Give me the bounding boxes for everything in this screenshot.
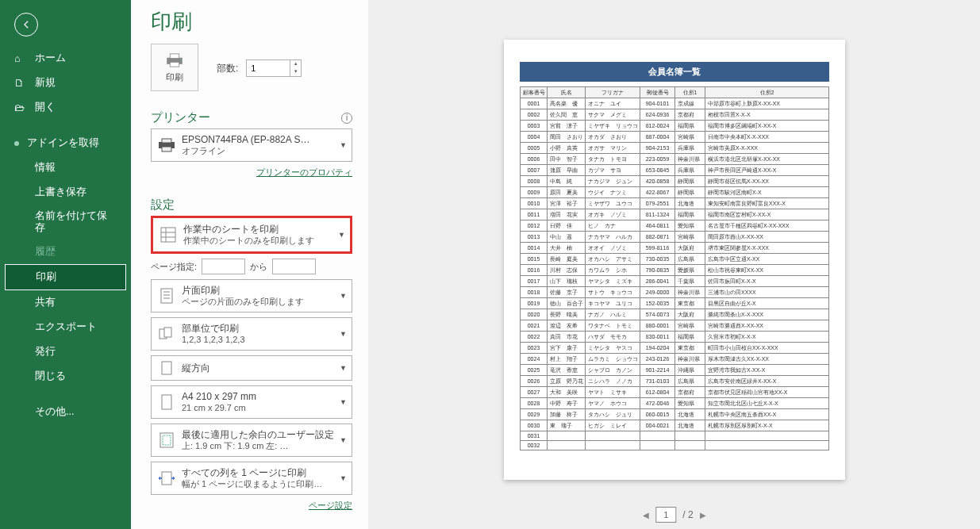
svg-rect-6	[162, 147, 171, 151]
table-row: 0023宮下 康子ミヤシタ ヤスコ194-0204東京都町田市小山田桜台XX-X…	[521, 343, 829, 354]
table-row: 0025竜沢 香恵シャブロ カノン901-2214沖縄県宜野湾市我如古X-XX-…	[521, 365, 829, 376]
margins-icon	[156, 430, 177, 450]
page-title: 印刷	[151, 8, 352, 36]
collate-icon	[156, 324, 177, 344]
table-row: 0013中山 遥ナカヤマ ハルカ882-0871宮崎県岡田原市西山X-XX-XX	[521, 232, 829, 243]
prev-page-button[interactable]: ◀	[643, 511, 649, 519]
current-page-input[interactable]: 1	[655, 507, 676, 523]
table-row: 0015長崎 庭美オカハシ アサミ730-0035広島県広島市中区立通X-XX	[521, 254, 829, 265]
table-header: 住所2	[705, 87, 829, 98]
nav-new[interactable]: 🗋新規	[0, 71, 131, 95]
page-to-input[interactable]	[272, 259, 316, 274]
table-row: 0024村上 翔子ムラカミ ショウコ243-0126神奈川県厚木市岡津古久XX-…	[521, 354, 829, 365]
chevron-down-icon: ▼	[340, 292, 347, 300]
printer-properties-link[interactable]: プリンターのプロパティ	[151, 167, 352, 178]
nav-history: 履歴	[0, 240, 131, 264]
orientation-select[interactable]: 縦方向 ▼	[151, 355, 352, 381]
nav-other[interactable]: その他...	[0, 400, 131, 424]
print-settings-panel: 印刷 印刷 部数: ▲▼ プリンター i EPSON744F8A (EP-882…	[131, 0, 369, 529]
nav-addin[interactable]: アドインを取得	[0, 131, 131, 155]
table-row: 0008中島 純ナカジマ ジュン420-0858静岡県静岡市葵区伝馬X-XX-X…	[521, 176, 829, 187]
svg-rect-21	[162, 472, 171, 485]
table-header: 顧客番号	[521, 87, 548, 98]
table-row: 0028中野 寿子ヤマノ ホウコ472-0046愛知県知立市岡北北区山七丘X-X…	[521, 398, 829, 409]
table-header: 住所1	[675, 87, 705, 98]
collate-select[interactable]: 部単位で印刷1,2,3 1,2,3 1,2,3 ▼	[151, 317, 352, 351]
table-row: 0018佐藤 京子サトウ キョウコ249-0000神奈川県三浦市山の田XXXX	[521, 287, 829, 298]
document-table: 顧客番号氏名フリガナ郵便番号住所1住所2 0001高名楽 優オニナ ユイ904-…	[520, 86, 829, 450]
page-setup-link[interactable]: ページ設定	[151, 500, 352, 512]
preview-sheet: 会員名簿一覧 顧客番号氏名フリガナ郵便番号住所1住所2 0001高名楽 優オニナ…	[504, 40, 845, 480]
page-from-input[interactable]	[202, 259, 245, 274]
table-row: 0019徳山 百合子キコヤマ ユリコ152-0035東京都目黒区自由が丘X-X	[521, 298, 829, 309]
nav-print[interactable]: 印刷	[5, 264, 126, 290]
svg-rect-11	[161, 289, 172, 303]
print-what-select[interactable]: 作業中のシートを印刷作業中のシートのみを印刷します ▼	[151, 216, 352, 254]
table-row: 0027大和 美咲ヤマト ミサキ612-0804京都府京都市伏見区稲荷山官有地X…	[521, 387, 829, 398]
printer-select[interactable]: EPSON744F8A (EP-882A S…オフライン ▼	[151, 128, 352, 162]
table-row: 0006田中 智子タナカ トモヨ223-0059神奈川県横浜市港北区北研塚X-X…	[521, 154, 829, 165]
table-header: フリガナ	[586, 87, 640, 98]
next-page-button[interactable]: ▶	[700, 511, 706, 519]
folder-open-icon: 🗁	[14, 102, 27, 113]
nav-save[interactable]: 上書き保存	[0, 180, 131, 205]
copies-stepper[interactable]: ▲▼	[246, 59, 302, 77]
stepper-up-icon[interactable]: ▲	[290, 60, 301, 68]
info-icon[interactable]: i	[341, 113, 352, 124]
print-button[interactable]: 印刷	[151, 44, 198, 91]
paper-size-select[interactable]: A4 210 x 297 mm21 cm x 29.7 cm ▼	[151, 385, 352, 419]
table-row: 0016川村 志保カワムラ シホ790-0835愛媛県松山市祝谷東町XX-XX	[521, 265, 829, 276]
back-button[interactable]	[14, 13, 38, 36]
document-icon: 🗋	[14, 78, 27, 89]
stepper-down-icon[interactable]: ▼	[290, 68, 301, 76]
nav-saveas[interactable]: 名前を付けて保存	[0, 205, 131, 240]
table-row: 0032	[521, 441, 829, 450]
svg-rect-1	[170, 53, 179, 58]
fit-width-icon	[156, 468, 177, 489]
table-row: 0004岡田 さおりオカダ さおり887-0004宮崎県日南市中央本町X-X-X…	[521, 132, 829, 143]
table-header: 氏名	[548, 87, 586, 98]
nav-info[interactable]: 情報	[0, 155, 131, 180]
duplex-select[interactable]: 片面印刷ページの片面のみを印刷します ▼	[151, 279, 352, 312]
table-row: 0009原田 夏美ウジイ ナツミ422-8067静岡県静岡市駿河区南町X-X	[521, 187, 829, 198]
table-row: 0020長野 晴美ナガノ ハルミ574-0073大阪府勝純市岡条山X-X-XXX	[521, 309, 829, 320]
nav-publish[interactable]: 発行	[0, 339, 131, 364]
table-row: 0029加藤 柊子タカハシ ジュリ060-0015北海道札幌市中央区南五条西XX…	[521, 409, 829, 420]
home-icon: ⌂	[14, 53, 27, 64]
sheet-icon	[158, 224, 179, 245]
nav-home[interactable]: ⌂ホーム	[0, 46, 131, 71]
chevron-down-icon: ▼	[340, 474, 347, 482]
single-side-icon	[156, 286, 177, 306]
table-row: 0003宮前 涼子ミヤザキ リョウコ812-0024福岡県福岡市博多区綱場町X-…	[521, 121, 829, 132]
chevron-down-icon: ▼	[340, 141, 347, 149]
table-row: 0002佐久間 恵サクマ メグミ624-0936京都府相模市田置X-X-X	[521, 109, 829, 121]
printer-icon	[164, 52, 185, 68]
pages-label: ページ指定:	[151, 261, 197, 273]
nav-close[interactable]: 閉じる	[0, 364, 131, 389]
print-preview-area: 会員名簿一覧 顧客番号氏名フリガナ郵便番号住所1住所2 0001高名楽 優オニナ…	[369, 0, 980, 529]
printer-section-title: プリンター i	[151, 110, 352, 125]
table-row: 0021渡辺 友希ワタナベ トモミ880-0001宮崎県宮崎市勝通西X-XX-X…	[521, 320, 829, 332]
nav-open[interactable]: 🗁開く	[0, 95, 131, 120]
copies-input[interactable]	[247, 60, 290, 76]
chevron-down-icon: ▼	[340, 364, 347, 372]
page-navigator: ◀ 1 / 2 ▶	[643, 507, 705, 523]
table-row: 0007蒲原 早由カヅマ サヨ653-0845兵庫県神戸市長田区戸崎通X-XX-…	[521, 165, 829, 176]
table-row: 0011増田 花実オガキ ノゾミ811-1324福岡県福岡市南区皆村町X-XX-…	[521, 209, 829, 220]
chevron-down-icon: ▼	[340, 398, 347, 406]
table-row: 0014大井 柚オオイ ノゾミ599-8116大阪府堺市東区関参屋X-X-XXX	[521, 243, 829, 254]
table-row: 0030東 瑞子ヒガシ ミレイ004-0021北海道札幌市厚別区厚別町X-X-X	[521, 420, 829, 431]
svg-rect-2	[170, 62, 179, 67]
nav-share[interactable]: 共有	[0, 290, 131, 315]
table-row: 0005小野 真英オガサ マリン904-2153兵庫県宮崎市美原X-X-XXX	[521, 143, 829, 154]
table-row: 0031	[521, 431, 829, 441]
settings-section-title: 設定	[151, 197, 352, 213]
margins-select[interactable]: 最後に適用した余白のユーザー設定上: 1.9 cm 下: 1.9 cm 左: ……	[151, 424, 352, 457]
svg-rect-7	[161, 228, 175, 242]
svg-rect-5	[162, 139, 171, 143]
scaling-select[interactable]: すべての列を 1 ページに印刷幅が 1 ページに収まるように印刷… ▼	[151, 462, 352, 495]
nav-export[interactable]: エクスポート	[0, 315, 131, 339]
svg-rect-17	[162, 362, 171, 374]
portrait-icon	[156, 358, 177, 378]
backstage-sidebar: ⌂ホーム 🗋新規 🗁開く アドインを取得 情報 上書き保存 名前を付けて保存 履…	[0, 0, 131, 529]
